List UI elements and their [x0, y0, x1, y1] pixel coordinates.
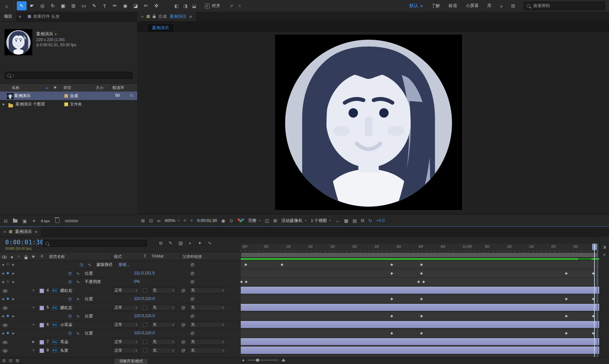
brush-tool[interactable]: ✏ [110, 1, 120, 10]
workspace-overflow-icon[interactable]: » [500, 3, 503, 9]
expression-pickwhip-icon[interactable]: @ [190, 296, 194, 301]
channels-icon[interactable] [238, 218, 244, 223]
prev-keyframe-button[interactable]: ◀ [2, 272, 4, 275]
layer-name[interactable]: 腮红右 [60, 288, 72, 293]
timeline-search-input[interactable] [43, 240, 147, 247]
expand-toggle[interactable]: ∨ [32, 348, 35, 352]
panel-scrollbar[interactable] [65, 220, 78, 222]
parent-select[interactable]: 无∨ [189, 347, 226, 353]
mode-select[interactable]: 正常∨ [113, 339, 139, 345]
expand-toggle[interactable]: ∨ [32, 289, 35, 292]
layer-name[interactable]: 腮红左 [60, 305, 72, 311]
local-axis-icon[interactable]: ◨ [183, 3, 187, 8]
comp-marker-bin-icon[interactable]: ◨ [603, 245, 606, 249]
keyframe[interactable]: ◆ [390, 271, 393, 275]
trkmat-select[interactable]: 无∨ [151, 305, 176, 311]
parent-select[interactable]: 无∨ [189, 305, 226, 311]
keyframe[interactable]: ◆ [420, 331, 423, 335]
layer-duration-bar[interactable] [241, 304, 599, 311]
comp-name[interactable]: 案例演示 ▼ [36, 31, 57, 37]
zoom-tool[interactable]: ◎ [38, 1, 47, 10]
notes-icon[interactable]: ✎ [169, 240, 172, 246]
clone-stamp-tool[interactable]: ◉ [120, 1, 130, 10]
keyframe[interactable]: ◆ [420, 271, 423, 275]
pickwhip-icon[interactable]: @ [181, 348, 185, 353]
next-keyframe-button[interactable]: ▶ [12, 280, 15, 283]
tab-effect-controls[interactable]: 效果控件 头发 [24, 12, 64, 21]
close-icon[interactable]: × [4, 229, 6, 234]
rotation-tool[interactable]: ↻ [48, 1, 58, 10]
next-keyframe-button[interactable]: ▶ [12, 263, 15, 266]
stopwatch-icon[interactable]: ◷ [68, 271, 72, 276]
property-row[interactable]: ◀◆▶◷∿位置110.0,110.0@ [0, 329, 241, 338]
track-row[interactable] [241, 346, 599, 355]
workspace-menu-icon[interactable]: ≡ [420, 4, 423, 8]
timeline-column-header[interactable]: ○ ◈ # 图层名称 模式 T TrkMat 父级和链接 [0, 252, 241, 260]
new-composition-icon[interactable]: ▣ [23, 218, 27, 224]
close-icon[interactable]: × [141, 14, 144, 19]
graph-include-icon[interactable]: ∿ [88, 262, 91, 267]
parent-select[interactable]: 无∨ [189, 288, 226, 293]
keyframe-toggle[interactable]: ◆ [6, 331, 9, 335]
graph-include-icon[interactable]: ∿ [76, 280, 80, 284]
track-row[interactable] [241, 286, 599, 295]
preserve-transparency-checkbox[interactable] [143, 306, 147, 310]
project-bit-depth[interactable]: 8 bpc [41, 219, 50, 223]
keyframe[interactable]: ◆ [390, 314, 393, 318]
shape-path-icon[interactable]: ↗ [229, 3, 233, 8]
keyframe[interactable]: ◆ [390, 262, 393, 267]
expand-toggle[interactable]: ▶ [32, 340, 35, 343]
label-color-chip[interactable] [64, 102, 68, 106]
hand-tool[interactable]: ☛ [27, 1, 37, 10]
workspace-standard[interactable]: 标准 [448, 3, 457, 9]
prev-keyframe-button[interactable]: ◀ [2, 297, 4, 301]
prev-keyframe-button[interactable]: ◀ [2, 280, 4, 283]
property-value[interactable]: 110.0,110.0 [134, 331, 155, 335]
column-trkmat[interactable]: TrkMat [151, 254, 163, 259]
label-column-icon[interactable]: ◈ [32, 254, 35, 259]
expand-toggle[interactable]: ∨ [32, 306, 35, 309]
track-row[interactable]: ◆◆◆◆ [241, 295, 599, 303]
track-row[interactable] [241, 321, 599, 329]
prev-keyframe-button[interactable]: ◀ [2, 332, 4, 335]
project-table-header[interactable]: 名称 ▲ ◈ 类型 大小 帧速率 [0, 83, 137, 92]
track-area[interactable]: ◆◆◆◆◆◆◆◆◆◆◆◆◆◆◆◆◆◆◆◆◆◆◆◆ [241, 260, 599, 355]
column-t[interactable]: T [144, 254, 146, 259]
column-parent-link[interactable]: 父级和链接 [183, 254, 202, 259]
work-area-track[interactable] [241, 252, 599, 258]
snap-control[interactable]: ✓ 对齐 [205, 3, 220, 9]
timeline-panel-menu-icon[interactable]: ≡ [35, 229, 38, 234]
preserve-transparency-checkbox[interactable] [143, 289, 147, 292]
pickwhip-icon[interactable]: @ [181, 288, 185, 293]
layer-row[interactable]: ▶7Ps耳朵正常∨无∨@无∨ [0, 338, 241, 347]
expression-pickwhip-icon[interactable]: @ [190, 314, 194, 318]
viewer-timecode[interactable]: 0:00:01:30 [197, 218, 217, 223]
interpret-footage-icon[interactable]: ⊟ [4, 218, 8, 224]
tab-timeline-comp[interactable]: × 案例演示 ≡ [0, 227, 41, 237]
region-of-interest-icon[interactable]: ⌖ [190, 218, 193, 223]
property-name[interactable]: 蒙版路径 [96, 262, 113, 268]
keyframe[interactable]: ◆ [565, 314, 568, 318]
parent-select[interactable]: 无∨ [189, 339, 226, 345]
keyframe[interactable]: ◆ [565, 331, 568, 335]
keyframe[interactable]: ◆ [417, 280, 420, 284]
property-value[interactable]: 110.0,110.0 [134, 314, 155, 318]
property-row[interactable]: ◀◇▶◷∿蒙版路径形状...@ [0, 260, 241, 269]
motion-blur-icon[interactable]: ◐ [189, 240, 192, 246]
layer-duration-bar[interactable] [241, 321, 599, 328]
stopwatch-icon[interactable]: ◷ [80, 262, 83, 267]
trkmat-select[interactable]: 无∨ [151, 322, 176, 328]
keyframe[interactable]: ◆ [390, 331, 393, 335]
prev-keyframe-button[interactable]: ◀ [2, 314, 4, 318]
mode-select[interactable]: 正常∨ [113, 347, 139, 353]
graph-include-icon[interactable]: ∿ [76, 331, 80, 336]
keyframe[interactable]: ◆ [240, 280, 243, 284]
mode-select[interactable]: 正常∨ [113, 322, 139, 328]
keyframe-toggle[interactable]: ◇ [6, 262, 9, 266]
property-value[interactable]: 0% [134, 279, 140, 284]
track-row[interactable]: ◆◆◆◆ [241, 269, 599, 278]
transparency-grid-icon[interactable]: ⊠ [273, 218, 277, 223]
keyframe[interactable]: ◆ [422, 280, 425, 284]
new-folder-icon[interactable] [13, 219, 17, 223]
workspace-default[interactable]: 默认≡ [409, 3, 423, 9]
